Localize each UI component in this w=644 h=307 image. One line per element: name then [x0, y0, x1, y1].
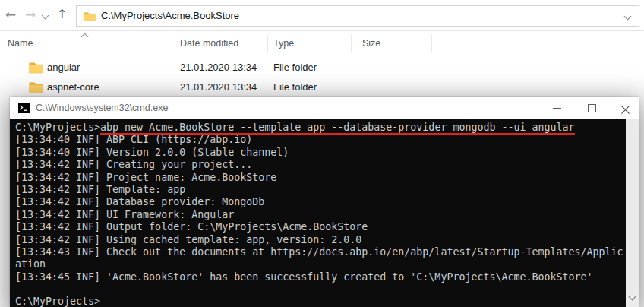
minimize-button[interactable]: [540, 97, 574, 119]
close-icon: [621, 103, 630, 117]
terminal-line: [13:34:42 INF] Creating your project...: [15, 159, 626, 171]
column-header-date-modified[interactable]: Date modified: [180, 38, 238, 49]
back-icon[interactable]: ←: [5, 8, 16, 21]
column-separator[interactable]: [175, 35, 175, 52]
maximize-icon: [588, 104, 596, 112]
cmd-window: C:\Windows\system32\cmd.exe C:\MyProject…: [10, 97, 639, 307]
column-header-name[interactable]: Name: [8, 38, 33, 49]
file-row-angular[interactable]: angular 21.01.2020 13:34 File folder: [0, 58, 456, 78]
terminal-line: [13:34:43 INF] Check out the documents a…: [15, 246, 626, 258]
file-row-aspnet-core[interactable]: aspnet-core 21.01.2020 13:34 File folder: [0, 78, 456, 97]
file-date-modified: 21.01.2020 13:34: [180, 58, 257, 78]
folder-icon: [84, 11, 96, 24]
scroll-down-chevron-icon[interactable]: [629, 293, 636, 301]
column-header-size[interactable]: Size: [362, 38, 380, 49]
terminal-output-area[interactable]: C:\MyProjects>abp new Acme.BookStore --t…: [10, 119, 639, 307]
address-dropdown-chevron-icon[interactable]: [624, 13, 632, 21]
folder-icon: [29, 81, 43, 97]
command-highlight-underline: abp new Acme.BookStore --template app --…: [100, 122, 574, 135]
column-header-type[interactable]: Type: [273, 38, 294, 49]
file-date-modified: 21.01.2020 13:34: [180, 78, 257, 97]
desktop-screenshot: ← → ↑ C:\MyProjects\Acme.BookStore Name …: [0, 0, 644, 307]
cmd-window-title: C:\Windows\system32\cmd.exe: [36, 97, 168, 119]
column-separator[interactable]: [431, 35, 432, 52]
terminal-line: [13:34:42 INF] Template: app: [15, 184, 626, 196]
terminal-line: [13:34:42 INF] Project name: Acme.BookSt…: [15, 172, 626, 184]
terminal-line: [13:34:42 INF] UI Framework: Angular: [15, 209, 626, 221]
toolbar-separator: [0, 30, 644, 31]
maximize-button[interactable]: [574, 97, 608, 119]
recent-locations-chevron-icon[interactable]: [42, 12, 49, 20]
close-button[interactable]: [608, 97, 642, 119]
terminal-line: [15, 283, 626, 296]
forward-icon[interactable]: →: [25, 8, 36, 21]
cmd-prompt-icon: [18, 103, 30, 116]
terminal-prompt-line: C:\MyProjects>: [15, 296, 626, 307]
column-separator[interactable]: [351, 35, 352, 52]
terminal-command-line: C:\MyProjects>abp new Acme.BookStore --t…: [15, 122, 626, 134]
cmd-title-bar[interactable]: C:\Windows\system32\cmd.exe: [10, 97, 639, 119]
sort-ascending-caret-icon: [81, 33, 89, 41]
terminal-scrollbar[interactable]: [626, 119, 639, 307]
file-type: File folder: [273, 58, 317, 78]
terminal-line: [13:34:40 INF] Version 2.0.0 (Stable cha…: [15, 147, 626, 159]
folder-icon: [29, 62, 43, 77]
terminal-line: ation: [15, 258, 626, 271]
terminal-line: [13:34:45 INF] 'Acme.BookStore' has been…: [15, 271, 626, 283]
minimize-icon: [553, 108, 561, 109]
file-type: File folder: [273, 78, 317, 97]
terminal-line: [13:34:42 INF] Using cached template: ap…: [15, 234, 626, 246]
terminal-prompt: C:\MyProjects>: [15, 122, 100, 133]
terminal-line: [13:34:42 INF] Output folder: C:\MyProje…: [15, 221, 626, 233]
terminal-text: C:\MyProjects>abp new Acme.BookStore --t…: [15, 122, 626, 307]
address-path[interactable]: C:\MyProjects\Acme.BookStore: [101, 6, 239, 26]
file-name[interactable]: aspnet-core: [47, 78, 99, 97]
column-separator[interactable]: [267, 35, 268, 52]
address-bar[interactable]: C:\MyProjects\Acme.BookStore: [76, 5, 639, 27]
file-name[interactable]: angular: [47, 58, 80, 78]
terminal-line: [13:34:42 INF] Database provider: MongoD…: [15, 196, 626, 208]
terminal-line: [13:34:40 INF] ABP CLI (https://abp.io): [15, 134, 626, 146]
up-icon[interactable]: ↑: [57, 8, 67, 21]
